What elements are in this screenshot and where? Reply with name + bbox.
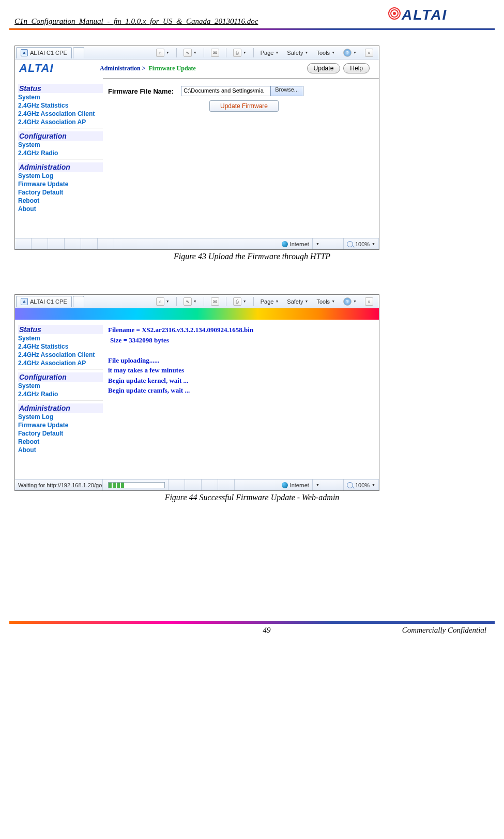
- altai-logo: ALTAI: [386, 4, 490, 26]
- sidebar-heading-admin: Administration: [18, 403, 103, 413]
- zoom-control[interactable]: 100% ▼: [344, 480, 379, 490]
- sidebar-heading-config: Configuration: [18, 372, 103, 382]
- status-zone: Internet: [279, 238, 313, 249]
- figure-44-caption: Figure 44 Successful Firmware Update - W…: [0, 493, 504, 502]
- svg-point-1: [393, 12, 396, 15]
- sidebar-heading-admin: Administration: [18, 162, 103, 172]
- sidebar-item-syslog[interactable]: System Log: [18, 413, 103, 421]
- browse-button[interactable]: Browse...: [271, 86, 303, 96]
- mail-button[interactable]: ✉: [209, 48, 221, 58]
- tools-menu[interactable]: Tools ▼: [315, 49, 337, 57]
- sidebar-item-firmware[interactable]: Firmware Update: [18, 421, 103, 429]
- firmware-file-input[interactable]: C:\Documents and Settings\mia: [181, 86, 271, 96]
- sidebar-item-reboot[interactable]: Reboot: [18, 438, 103, 446]
- sidebar-item-system[interactable]: System: [18, 93, 103, 101]
- sidebar-item-config-system[interactable]: System: [18, 141, 103, 149]
- sidebar-item-assoc-ap[interactable]: 2.4GHz Association AP: [18, 359, 103, 367]
- globe-icon: [282, 482, 288, 488]
- home-icon: ⌂: [156, 49, 164, 57]
- sidebar-item-firmware[interactable]: Firmware Update: [18, 180, 103, 188]
- print-icon: ⎙: [233, 49, 241, 57]
- safety-menu[interactable]: Safety ▼: [285, 297, 310, 306]
- tools-menu[interactable]: Tools ▼: [315, 297, 337, 306]
- new-tab-button[interactable]: [73, 47, 84, 58]
- mail-button[interactable]: ✉: [209, 296, 221, 307]
- sidebar-item-config-radio[interactable]: 2.4GHz Radio: [18, 390, 103, 398]
- progress-cell: [103, 480, 169, 490]
- safety-menu[interactable]: Safety ▼: [285, 49, 310, 57]
- upload-size: Size = 3342098 bytes: [110, 335, 371, 346]
- mail-icon: ✉: [211, 49, 219, 57]
- sidebar-item-stats[interactable]: 2.4GHz Statistics: [18, 101, 103, 110]
- feeds-button[interactable]: ∿▼: [182, 296, 198, 307]
- expand-button[interactable]: »: [363, 48, 375, 58]
- new-tab-button[interactable]: [73, 296, 84, 307]
- mail-icon: ✉: [211, 297, 219, 306]
- main-pane: Firmware File Name: C:\Documents and Set…: [103, 79, 379, 238]
- sidebar-item-config-system[interactable]: System: [18, 382, 103, 390]
- browser-tab[interactable]: A ALTAI C1 CPE: [16, 47, 72, 58]
- home-button[interactable]: ⌂▼: [155, 48, 171, 58]
- home-button[interactable]: ⌂▼: [155, 296, 171, 307]
- feeds-button[interactable]: ∿▼: [182, 48, 198, 58]
- upload-status-1: File uploading......: [108, 355, 371, 366]
- upload-progress-text: Filename = XS2.ar2316.v3.3.2.134.090924.…: [108, 325, 371, 396]
- sidebar-item-reboot[interactable]: Reboot: [18, 197, 103, 205]
- sidebar-item-syslog[interactable]: System Log: [18, 172, 103, 180]
- chevron-right-icon: »: [365, 297, 373, 306]
- upload-filename: Filename = XS2.ar2316.v3.3.2.134.090924.…: [108, 325, 371, 335]
- zoom-icon: [347, 482, 353, 488]
- print-button[interactable]: ⎙▼: [232, 296, 248, 307]
- help-icon: ?: [343, 297, 352, 306]
- footer-confidential: Commercially Confidential: [402, 626, 486, 635]
- status-text: Waiting for http://192.168.1.20/go: [15, 480, 103, 490]
- sidebar-item-stats[interactable]: 2.4GHz Statistics: [18, 342, 103, 351]
- help-button[interactable]: ?▼: [342, 296, 358, 307]
- rss-icon: ∿: [184, 297, 192, 306]
- help-button[interactable]: ?▼: [342, 48, 358, 58]
- print-icon: ⎙: [233, 297, 241, 306]
- rainbow-banner: [15, 308, 379, 320]
- browser-statusbar: Internet ▼ 100% ▼: [15, 238, 379, 249]
- upload-status-4: Begin update cramfs, wait ...: [108, 385, 371, 396]
- status-zone: Internet: [279, 480, 313, 490]
- upload-status-3: Begin update kernel, wait ...: [108, 376, 371, 386]
- chevron-right-icon: »: [365, 49, 373, 57]
- expand-button[interactable]: »: [363, 296, 375, 307]
- page-menu[interactable]: Page ▼: [259, 49, 281, 57]
- status-protect: ▼: [313, 238, 344, 249]
- figure-43-caption: Figure 43 Upload the Firmware through HT…: [0, 252, 504, 261]
- sidebar-item-factory[interactable]: Factory Default: [18, 429, 103, 438]
- figure-43-browser: A ALTAI C1 CPE ⌂▼ ∿▼ ✉ ⎙▼ Page ▼ Safety …: [14, 46, 379, 250]
- sidebar-item-factory[interactable]: Factory Default: [18, 188, 103, 197]
- help-button[interactable]: Help: [343, 63, 370, 73]
- sidebar-item-assoc-ap[interactable]: 2.4GHz Association AP: [18, 118, 103, 126]
- breadcrumb: Administration > Firmware Update: [100, 65, 196, 72]
- sidebar: Status System 2.4GHz Statistics 2.4GHz A…: [15, 320, 103, 479]
- sidebar-item-config-radio[interactable]: 2.4GHz Radio: [18, 149, 103, 157]
- sidebar-item-about[interactable]: About: [18, 446, 103, 454]
- sidebar-item-assoc-client[interactable]: 2.4GHz Association Client: [18, 110, 103, 118]
- page-menu[interactable]: Page ▼: [259, 297, 281, 306]
- rss-icon: ∿: [184, 49, 192, 57]
- sidebar-item-about[interactable]: About: [18, 205, 103, 213]
- print-button[interactable]: ⎙▼: [232, 48, 248, 58]
- tab-title: ALTAI C1 CPE: [30, 298, 67, 305]
- browser-tab[interactable]: A ALTAI C1 CPE: [16, 296, 72, 307]
- tab-title: ALTAI C1 CPE: [30, 50, 67, 56]
- sidebar: Status System 2.4GHz Statistics 2.4GHz A…: [15, 79, 103, 238]
- doc-title: C1n_Configuration_Manual_-_fm_1.0.0.x_fo…: [14, 17, 258, 26]
- main-pane: Filename = XS2.ar2316.v3.3.2.134.090924.…: [103, 320, 379, 479]
- update-firmware-button[interactable]: Update Firmware: [209, 100, 279, 112]
- favicon-icon: A: [21, 298, 28, 305]
- browser-statusbar: Waiting for http://192.168.1.20/go Inter…: [15, 479, 379, 490]
- sidebar-item-system[interactable]: System: [18, 334, 103, 342]
- sidebar-item-assoc-client[interactable]: 2.4GHz Association Client: [18, 351, 103, 359]
- zoom-control[interactable]: 100% ▼: [344, 238, 379, 249]
- help-icon: ?: [343, 49, 352, 57]
- sidebar-heading-status: Status: [18, 84, 103, 93]
- sidebar-heading-status: Status: [18, 325, 103, 334]
- update-button[interactable]: Update: [307, 63, 341, 73]
- breadcrumb-current: Firmware Update: [149, 65, 196, 72]
- globe-icon: [282, 241, 288, 247]
